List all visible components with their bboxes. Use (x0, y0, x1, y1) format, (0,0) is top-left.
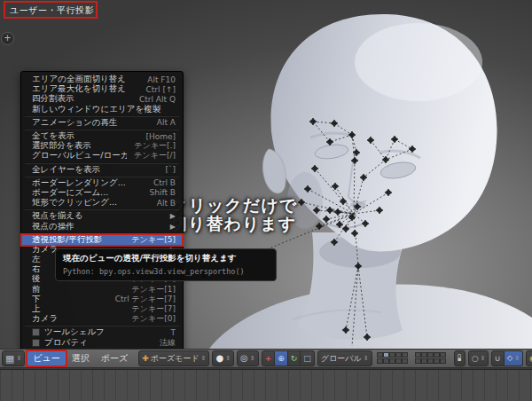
layer-cell[interactable] (415, 352, 421, 358)
layer-cell[interactable] (427, 352, 434, 358)
menu-item-label: 視点の操作 (32, 221, 163, 232)
menu-item-15[interactable]: 矩形でクリッピング...Alt B (21, 198, 183, 208)
render-group: ◉ ▣ (526, 350, 532, 366)
viewport-shading-dropdown[interactable]: ● ⇕ (212, 350, 234, 366)
menu-item-3[interactable]: 新しいウィンドウにエリアを複製 (21, 105, 183, 114)
menu-item-11[interactable]: 全レイヤーを表示[`] (21, 165, 183, 175)
menu-item-31[interactable]: プロパティ法線 (21, 338, 183, 348)
dropdown-arrows-icon: ⇕ (201, 355, 207, 362)
layer-cell[interactable] (421, 352, 427, 358)
dropdown-arrows-icon: ⇕ (225, 355, 231, 362)
checkbox-icon (32, 339, 40, 347)
dropdown-arrows-icon: ⇕ (250, 355, 255, 362)
snap-magnet-button[interactable]: ∩ (491, 350, 505, 366)
menu-item-shortcut: テンキー[/] (134, 150, 176, 161)
manipulator-scale-button[interactable]: □ (301, 350, 315, 366)
layer-cell[interactable] (389, 352, 395, 358)
menu-item-28[interactable]: カメラテンキー[0] (21, 314, 183, 324)
layers-widget[interactable] (375, 352, 451, 365)
menu-item-shortcut: [Home] (145, 132, 176, 141)
menu-item-shortcut: Ctrl [↑] (146, 85, 176, 94)
menu-item-shortcut: Ctrl Alt Q (139, 95, 176, 104)
viewport-header: ▦ ⇕ ビュー選択ポーズ ✚ ポーズモード ⇕ ● ⇕ ◎ ⇕ + ⊕ ↻ □ … (0, 349, 532, 368)
mode-dropdown-label: ポーズモード (151, 353, 200, 365)
layer-cell[interactable] (440, 358, 446, 364)
submenu-arrow-icon: ▶ (170, 212, 176, 220)
3d-viewport[interactable]: ユーザー・平行投影 + クリックだけで 切り替わります エリアの全画面切り替えA… (0, 0, 532, 349)
layer-cell[interactable] (434, 358, 440, 364)
pose-mode-icon: ✚ (142, 355, 149, 363)
menu-item-label: アニメーションの再生 (32, 117, 150, 129)
layer-cell[interactable] (421, 358, 427, 364)
proportional-edit-dropdown[interactable]: ○ ⇕ (468, 350, 489, 366)
timeline-strip[interactable] (0, 369, 532, 401)
menu-item-label: 新しいウィンドウにエリアを複製 (32, 104, 176, 115)
submenu-arrow-icon: ▶ (170, 223, 176, 231)
scale-icon: □ (303, 355, 311, 363)
menu-item-shortcut: Ctrl B (153, 178, 176, 187)
toolshelf-expand-button[interactable]: + (1, 32, 14, 45)
layer-cell[interactable] (402, 358, 408, 364)
manipulator-axis-button[interactable]: + (262, 350, 276, 366)
layer-cell[interactable] (434, 352, 440, 358)
menu-item-label: 全レイヤーを表示 (32, 164, 158, 176)
orientation-label: グローバル (321, 353, 362, 365)
manipulator-rotate-button[interactable]: ↻ (288, 350, 301, 366)
layer-group-1 (415, 352, 451, 365)
proportional-edit-icon: ○ (472, 355, 479, 363)
menu-item-shortcut: Alt B (157, 199, 176, 208)
dropdown-arrows-icon: ⇕ (514, 355, 520, 362)
layer-cell[interactable] (383, 352, 389, 358)
lock-icon: ∩▪ (458, 355, 462, 362)
menu-item-shortcut: T (171, 328, 176, 337)
layer-cell[interactable] (415, 358, 421, 364)
menu-item-9[interactable]: グローバルビュー/ローカルビューテンキー[/] (21, 151, 183, 161)
tooltip-text: 現在のビューの透視/平行投影を切り替えます (63, 253, 269, 264)
header-menu-ビュー[interactable]: ビュー (27, 351, 65, 366)
menu-item-shortcut: [`] (165, 165, 176, 174)
view-menu: エリアの全画面切り替えAlt F10エリア最大化を切り替えCtrl [↑]四分割… (20, 71, 184, 349)
editor-type-button[interactable]: ▦ ⇕ (2, 350, 25, 366)
lock-to-scene-button[interactable]: ∩▪ (454, 350, 466, 366)
layer-cell[interactable] (395, 352, 402, 358)
menu-item-shortcut: Alt A (157, 118, 176, 127)
render-still-button[interactable]: ◉ (526, 350, 532, 366)
tooltip-python: Python: bpy.ops.view3d.view_persportho() (63, 267, 269, 276)
layer-cell[interactable] (389, 358, 395, 364)
snap-element-dropdown[interactable]: ◇ ⇕ (505, 350, 523, 366)
rotate-icon: ↻ (291, 355, 298, 363)
checkbox-icon (32, 328, 40, 336)
menu-item-18[interactable]: 視点の操作▶ (21, 221, 183, 231)
mode-dropdown[interactable]: ✚ ポーズモード ⇕ (138, 350, 209, 366)
menu-item-shortcut: テンキー[0] (132, 313, 176, 325)
axis-icon: + (265, 355, 272, 363)
dropdown-arrows-icon: ⇕ (16, 355, 21, 362)
annotation-text: クリックだけで 切り替わります (170, 196, 297, 232)
layer-cell[interactable] (377, 352, 383, 358)
shading-sphere-icon: ● (215, 354, 223, 363)
layer-cell[interactable] (440, 352, 446, 358)
menu-item-shortcut: Shift B (150, 188, 176, 197)
view-orientation-label: ユーザー・平行投影 (10, 4, 94, 17)
header-menu-選択[interactable]: 選択 (66, 351, 95, 366)
menu-item-label: カメラ (32, 313, 125, 325)
snap-element-icon: ◇ (507, 355, 512, 362)
layer-cell[interactable] (402, 352, 408, 358)
annotation-line-2: 切り替わります (170, 215, 297, 233)
header-menu-ポーズ[interactable]: ポーズ (96, 351, 133, 366)
manipulator-translate-button[interactable]: ⊕ (275, 350, 288, 366)
annotation-line-1: クリックだけで (170, 196, 297, 215)
pivot-point-dropdown[interactable]: ◎ ⇕ (237, 350, 259, 366)
menu-item-label: 矩形でクリッピング... (32, 197, 150, 208)
layer-cell[interactable] (427, 358, 434, 364)
translate-icon: ⊕ (278, 355, 285, 363)
snap-group: ∩ ◇ ⇕ (491, 350, 523, 366)
tooltip: 現在のビューの透視/平行投影を切り替えます Python: bpy.ops.vi… (55, 248, 277, 281)
layer-cell[interactable] (395, 358, 402, 364)
menu-item-5[interactable]: アニメーションの再生Alt A (21, 118, 183, 128)
dropdown-arrows-icon: ⇕ (364, 355, 369, 362)
layer-cell[interactable] (383, 358, 389, 364)
manipulator-group: + ⊕ ↻ □ (262, 350, 315, 366)
layer-cell[interactable] (377, 358, 383, 364)
orientation-dropdown[interactable]: グローバル ⇕ (317, 350, 372, 366)
